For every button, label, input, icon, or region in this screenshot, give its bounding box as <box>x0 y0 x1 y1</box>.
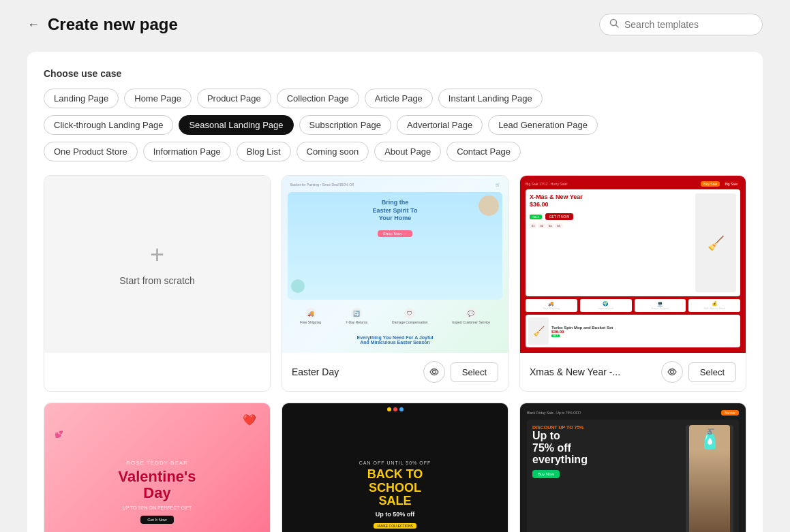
easter-actions: Select <box>423 361 498 383</box>
plus-icon: + <box>150 242 164 267</box>
filter-information-page[interactable]: Information Page <box>143 142 231 161</box>
filter-contact-page[interactable]: Contact Page <box>446 142 521 161</box>
xmas-hero: X-Mas & New Year$36.00 SALE GET IT NOW 0… <box>526 189 740 296</box>
scratch-card: + Start from scratch <box>44 176 270 353</box>
bf-preview-container: Black Friday Sale - Up to 75% OFF! Banne… <box>520 403 746 532</box>
search-bar[interactable] <box>599 14 763 35</box>
filter-instant-landing-page[interactable]: Instant Landing Page <box>438 89 543 108</box>
xmas-product-card: 🧹 Turbo Spin Mop and Bucket Set $36.00 S… <box>526 315 740 347</box>
filter-click-through[interactable]: Click-through Landing Page <box>44 115 173 135</box>
filter-collection-page[interactable]: Collection Page <box>277 89 359 108</box>
search-icon <box>609 18 619 31</box>
filter-about-page[interactable]: About Page <box>374 142 441 161</box>
xmas-preview-container: Big Sale 17/12 · Hurry Sale! Buy Sale Bi… <box>520 176 746 353</box>
filter-home-page[interactable]: Home Page <box>124 89 192 108</box>
bf-hero: Discount up to 75% Up to75% offeverythin… <box>527 420 739 532</box>
xmas-features: 🚚 Fast Shipping 🌍 International 💻 Online… <box>526 299 740 312</box>
filter-advertorial-page[interactable]: Advertorial Page <box>397 115 483 135</box>
easter-select-btn[interactable]: Select <box>451 362 498 382</box>
use-case-title: Choose use case <box>44 68 746 79</box>
search-input[interactable] <box>624 19 753 30</box>
main-panel: Choose use case Landing Page Home Page P… <box>27 52 763 532</box>
scratch-preview: + Start from scratch <box>44 176 270 353</box>
easter-icons-row: 🚚 Free Shipping 🔄 7-Day Returns 🛡 Damage… <box>288 304 502 328</box>
templates-grid: + Start from scratch Basket for Painting… <box>44 175 746 532</box>
template-school[interactable]: Can off until 50% off BACK TOSCHOOLSALE … <box>282 403 508 532</box>
filter-row-3: One Product Store Information Page Blog … <box>44 142 746 161</box>
svg-point-3 <box>670 371 673 374</box>
easter-preview-btn[interactable] <box>423 361 445 383</box>
xmas-top-bar: Big Sale 17/12 · Hurry Sale! Buy Sale Bi… <box>526 181 740 187</box>
template-valentine[interactable]: ROSE TEDDY BEAR Valentine'sDay UP TO 50%… <box>44 403 271 532</box>
filter-row-2: Click-through Landing Page Seasonal Land… <box>44 115 746 135</box>
template-blackfriday[interactable]: Black Friday Sale - Up to 75% OFF! Banne… <box>519 403 746 532</box>
filter-coming-soon[interactable]: Coming soon <box>297 142 369 161</box>
filter-one-product-store[interactable]: One Product Store <box>44 142 138 161</box>
easter-hero: Bring theEaster Spirit ToYour Home Shop … <box>288 192 502 300</box>
filter-article-page[interactable]: Article Page <box>365 89 433 108</box>
easter-footer-text: Everything You Need For A JoyfulAnd Mira… <box>288 332 502 347</box>
filter-product-page[interactable]: Product Page <box>197 89 271 108</box>
school-preview-container: Can off until 50% off BACK TOSCHOOLSALE … <box>282 403 508 532</box>
filter-landing-page[interactable]: Landing Page <box>44 89 119 108</box>
easter-top-bar: Basket for Painting • Since Deal $50% Of… <box>288 181 502 188</box>
filter-seasonal-landing-page[interactable]: Seasonal Landing Page <box>179 115 293 135</box>
template-xmas[interactable]: Big Sale 17/12 · Hurry Sale! Buy Sale Bi… <box>519 175 746 392</box>
header: ← Create new page <box>27 14 763 35</box>
xmas-select-btn[interactable]: Select <box>688 362 736 382</box>
easter-footer: Easter Day Select <box>282 353 508 391</box>
back-button[interactable]: ← <box>27 18 40 32</box>
filter-row-1: Landing Page Home Page Product Page Coll… <box>44 89 746 108</box>
filter-subscription-page[interactable]: Subscription Page <box>299 115 392 135</box>
scratch-label: Start from scratch <box>119 275 194 286</box>
valentine-preview-container: ROSE TEDDY BEAR Valentine'sDay UP TO 50%… <box>44 403 270 532</box>
page-title: Create new page <box>48 15 178 34</box>
svg-point-2 <box>432 371 436 374</box>
easter-preview: Basket for Painting • Since Deal $50% Of… <box>282 176 508 353</box>
template-easter-day[interactable]: Basket for Painting • Since Deal $50% Of… <box>282 175 508 392</box>
filter-lead-generation-page[interactable]: Lead Generation Page <box>488 115 598 135</box>
xmas-footer: Xmas & New Year -... Select <box>520 353 746 391</box>
easter-name: Easter Day <box>292 366 339 377</box>
template-scratch[interactable]: + Start from scratch <box>44 175 271 392</box>
filter-blog-list[interactable]: Blog List <box>237 142 291 161</box>
xmas-actions: Select <box>661 361 736 383</box>
xmas-name: Xmas & New Year -... <box>530 366 620 377</box>
bf-top-bar: Black Friday Sale - Up to 75% OFF! Banne… <box>527 410 739 416</box>
page-wrapper: ← Create new page Choose use case Landin… <box>0 0 790 532</box>
header-left: ← Create new page <box>27 15 178 34</box>
svg-line-1 <box>616 25 619 28</box>
xmas-preview-btn[interactable] <box>661 361 683 383</box>
